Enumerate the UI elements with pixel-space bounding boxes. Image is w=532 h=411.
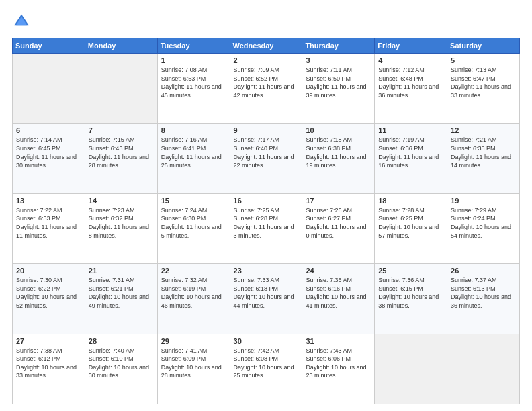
- cell-text: Sunrise: 7:41 AMSunset: 6:09 PMDaylight:…: [161, 347, 222, 379]
- calendar-cell: 21Sunrise: 7:31 AMSunset: 6:21 PMDayligh…: [85, 264, 157, 334]
- cell-text: Sunrise: 7:37 AMSunset: 6:13 PMDaylight:…: [451, 277, 511, 309]
- cell-text: Sunrise: 7:36 AMSunset: 6:15 PMDaylight:…: [378, 277, 439, 309]
- calendar-cell: 5Sunrise: 7:13 AMSunset: 6:47 PMDaylight…: [447, 54, 520, 124]
- calendar-cell: 9Sunrise: 7:17 AMSunset: 6:40 PMDaylight…: [230, 124, 302, 193]
- day-header-sunday: Sunday: [13, 38, 85, 54]
- calendar-cell: 26Sunrise: 7:37 AMSunset: 6:13 PMDayligh…: [447, 264, 520, 334]
- calendar-week-row: 27Sunrise: 7:38 AMSunset: 6:12 PMDayligh…: [13, 334, 520, 404]
- calendar-cell: 30Sunrise: 7:42 AMSunset: 6:08 PMDayligh…: [230, 334, 302, 404]
- calendar-cell: 23Sunrise: 7:33 AMSunset: 6:18 PMDayligh…: [230, 264, 302, 334]
- calendar-cell: 25Sunrise: 7:36 AMSunset: 6:15 PMDayligh…: [375, 264, 447, 334]
- cell-text: Sunrise: 7:30 AMSunset: 6:22 PMDaylight:…: [16, 277, 77, 309]
- day-number: 15: [161, 197, 226, 205]
- cell-text: Sunrise: 7:09 AMSunset: 6:52 PMDaylight:…: [234, 66, 294, 99]
- day-number: 26: [451, 267, 516, 275]
- calendar-table: SundayMondayTuesdayWednesdayThursdayFrid…: [12, 38, 520, 404]
- day-number: 10: [306, 126, 371, 134]
- day-number: 18: [378, 197, 443, 205]
- calendar-cell: 19Sunrise: 7:29 AMSunset: 6:24 PMDayligh…: [447, 193, 520, 263]
- day-header-friday: Friday: [375, 38, 447, 54]
- day-number: 9: [234, 126, 299, 134]
- day-number: 24: [306, 267, 371, 275]
- day-header-tuesday: Tuesday: [157, 38, 230, 54]
- day-number: 4: [378, 56, 443, 64]
- day-number: 20: [16, 267, 81, 275]
- day-number: 28: [89, 337, 154, 345]
- day-number: 7: [89, 126, 154, 134]
- calendar-week-row: 1Sunrise: 7:08 AMSunset: 6:53 PMDaylight…: [13, 54, 520, 124]
- day-number: 3: [306, 56, 371, 64]
- cell-text: Sunrise: 7:29 AMSunset: 6:24 PMDaylight:…: [451, 207, 511, 239]
- day-number: 17: [306, 197, 371, 205]
- calendar-cell: 28Sunrise: 7:40 AMSunset: 6:10 PMDayligh…: [85, 334, 157, 404]
- calendar-cell: [447, 334, 520, 404]
- calendar-week-row: 6Sunrise: 7:14 AMSunset: 6:45 PMDaylight…: [13, 124, 520, 193]
- day-number: 27: [16, 337, 81, 345]
- cell-text: Sunrise: 7:21 AMSunset: 6:35 PMDaylight:…: [451, 136, 511, 169]
- cell-text: Sunrise: 7:28 AMSunset: 6:25 PMDaylight:…: [378, 207, 439, 239]
- cell-text: Sunrise: 7:33 AMSunset: 6:18 PMDaylight:…: [234, 277, 294, 309]
- calendar-cell: 17Sunrise: 7:26 AMSunset: 6:27 PMDayligh…: [302, 193, 375, 263]
- calendar-cell: 8Sunrise: 7:16 AMSunset: 6:41 PMDaylight…: [157, 124, 230, 193]
- page: SundayMondayTuesdayWednesdayThursdayFrid…: [0, 0, 532, 411]
- cell-text: Sunrise: 7:42 AMSunset: 6:08 PMDaylight:…: [234, 347, 294, 379]
- calendar-cell: 20Sunrise: 7:30 AMSunset: 6:22 PMDayligh…: [13, 264, 85, 334]
- calendar-week-row: 20Sunrise: 7:30 AMSunset: 6:22 PMDayligh…: [13, 264, 520, 334]
- calendar-cell: [13, 54, 85, 124]
- calendar-cell: 22Sunrise: 7:32 AMSunset: 6:19 PMDayligh…: [157, 264, 230, 334]
- cell-text: Sunrise: 7:11 AMSunset: 6:50 PMDaylight:…: [306, 66, 366, 99]
- day-number: 12: [451, 126, 516, 134]
- calendar-cell: 18Sunrise: 7:28 AMSunset: 6:25 PMDayligh…: [375, 193, 447, 263]
- day-number: 16: [234, 197, 299, 205]
- cell-text: Sunrise: 7:23 AMSunset: 6:32 PMDaylight:…: [89, 207, 149, 239]
- calendar-cell: 11Sunrise: 7:19 AMSunset: 6:36 PMDayligh…: [375, 124, 447, 193]
- cell-text: Sunrise: 7:31 AMSunset: 6:21 PMDaylight:…: [89, 277, 149, 309]
- day-number: 5: [451, 56, 516, 64]
- cell-text: Sunrise: 7:24 AMSunset: 6:30 PMDaylight:…: [161, 207, 222, 239]
- logo: [12, 12, 34, 31]
- calendar-cell: 13Sunrise: 7:22 AMSunset: 6:33 PMDayligh…: [13, 193, 85, 263]
- day-number: 22: [161, 267, 226, 275]
- calendar-cell: 4Sunrise: 7:12 AMSunset: 6:48 PMDaylight…: [375, 54, 447, 124]
- logo-icon: [12, 12, 31, 31]
- calendar-cell: [375, 334, 447, 404]
- cell-text: Sunrise: 7:12 AMSunset: 6:48 PMDaylight:…: [378, 66, 439, 99]
- day-number: 13: [16, 197, 81, 205]
- day-number: 30: [234, 337, 299, 345]
- calendar-cell: 31Sunrise: 7:43 AMSunset: 6:06 PMDayligh…: [302, 334, 375, 404]
- calendar-cell: 15Sunrise: 7:24 AMSunset: 6:30 PMDayligh…: [157, 193, 230, 263]
- cell-text: Sunrise: 7:43 AMSunset: 6:06 PMDaylight:…: [306, 347, 366, 379]
- calendar-week-row: 13Sunrise: 7:22 AMSunset: 6:33 PMDayligh…: [13, 193, 520, 263]
- day-number: 21: [89, 267, 154, 275]
- header: [12, 12, 520, 31]
- cell-text: Sunrise: 7:15 AMSunset: 6:43 PMDaylight:…: [89, 136, 149, 169]
- cell-text: Sunrise: 7:14 AMSunset: 6:45 PMDaylight:…: [16, 136, 77, 169]
- cell-text: Sunrise: 7:08 AMSunset: 6:53 PMDaylight:…: [161, 66, 222, 99]
- day-number: 8: [161, 126, 226, 134]
- cell-text: Sunrise: 7:13 AMSunset: 6:47 PMDaylight:…: [451, 66, 511, 99]
- calendar-cell: 10Sunrise: 7:18 AMSunset: 6:38 PMDayligh…: [302, 124, 375, 193]
- day-header-saturday: Saturday: [447, 38, 520, 54]
- calendar-cell: 29Sunrise: 7:41 AMSunset: 6:09 PMDayligh…: [157, 334, 230, 404]
- cell-text: Sunrise: 7:25 AMSunset: 6:28 PMDaylight:…: [234, 207, 294, 239]
- cell-text: Sunrise: 7:22 AMSunset: 6:33 PMDaylight:…: [16, 207, 77, 239]
- calendar-cell: 6Sunrise: 7:14 AMSunset: 6:45 PMDaylight…: [13, 124, 85, 193]
- calendar-cell: 3Sunrise: 7:11 AMSunset: 6:50 PMDaylight…: [302, 54, 375, 124]
- day-header-thursday: Thursday: [302, 38, 375, 54]
- calendar-cell: 1Sunrise: 7:08 AMSunset: 6:53 PMDaylight…: [157, 54, 230, 124]
- calendar-cell: 12Sunrise: 7:21 AMSunset: 6:35 PMDayligh…: [447, 124, 520, 193]
- day-header-monday: Monday: [85, 38, 157, 54]
- cell-text: Sunrise: 7:35 AMSunset: 6:16 PMDaylight:…: [306, 277, 366, 309]
- day-number: 23: [234, 267, 299, 275]
- calendar-cell: 2Sunrise: 7:09 AMSunset: 6:52 PMDaylight…: [230, 54, 302, 124]
- cell-text: Sunrise: 7:19 AMSunset: 6:36 PMDaylight:…: [378, 136, 439, 169]
- cell-text: Sunrise: 7:32 AMSunset: 6:19 PMDaylight:…: [161, 277, 222, 309]
- calendar-cell: 7Sunrise: 7:15 AMSunset: 6:43 PMDaylight…: [85, 124, 157, 193]
- cell-text: Sunrise: 7:40 AMSunset: 6:10 PMDaylight:…: [89, 347, 149, 379]
- day-number: 2: [234, 56, 299, 64]
- calendar-cell: 16Sunrise: 7:25 AMSunset: 6:28 PMDayligh…: [230, 193, 302, 263]
- calendar-cell: 27Sunrise: 7:38 AMSunset: 6:12 PMDayligh…: [13, 334, 85, 404]
- calendar-cell: [85, 54, 157, 124]
- cell-text: Sunrise: 7:38 AMSunset: 6:12 PMDaylight:…: [16, 347, 77, 379]
- day-number: 14: [89, 197, 154, 205]
